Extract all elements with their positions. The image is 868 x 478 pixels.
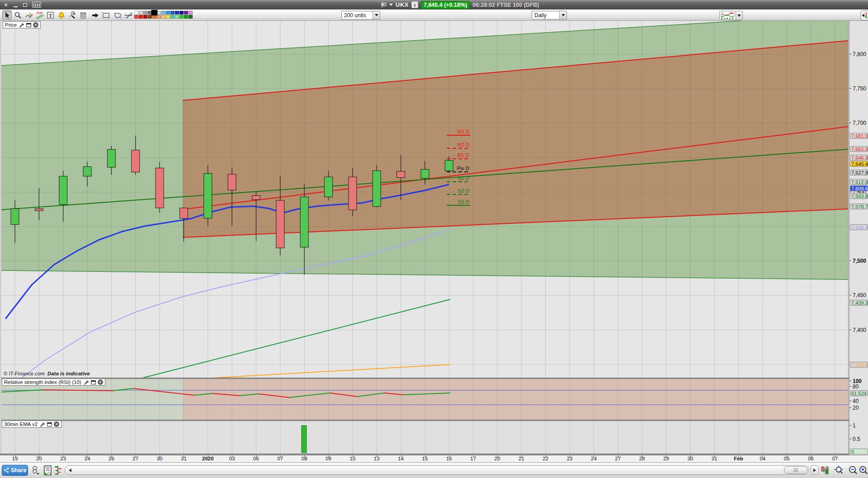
report-icon[interactable] <box>42 465 52 476</box>
raff-channel-tool[interactable]: Raff. <box>35 10 44 20</box>
ellipse-tool[interactable]: ++ <box>113 10 123 20</box>
color-swatch[interactable] <box>148 11 152 14</box>
price-axis-value-badge: 7,608.6 <box>850 185 868 191</box>
color-swatch[interactable] <box>175 11 179 14</box>
color-swatch[interactable] <box>148 15 152 19</box>
info-icon[interactable]: i <box>411 1 418 8</box>
svg-text:*: * <box>101 11 103 14</box>
wrench-icon[interactable] <box>83 379 89 385</box>
color-swatch[interactable] <box>189 15 193 19</box>
horizontal-scrollbar[interactable] <box>65 465 809 475</box>
keyboard-icon[interactable] <box>32 2 41 8</box>
date-axis-label: 03 <box>223 456 241 461</box>
candle-body <box>11 208 19 224</box>
text-tool[interactable]: T <box>46 10 55 20</box>
scroll-left-icon[interactable] <box>67 467 73 473</box>
color-swatch[interactable] <box>134 15 138 19</box>
share-button[interactable]: Share <box>2 465 28 476</box>
date-axis-label: 06 <box>247 456 265 461</box>
scrollbar-thumb[interactable] <box>784 466 807 474</box>
color-swatch[interactable] <box>161 11 165 14</box>
wrench-icon[interactable] <box>19 22 24 28</box>
link-chart-icon[interactable] <box>31 465 41 476</box>
titlebar-instrument-group: UKX i 7,645.4 (+0.18%) 06:28:02 FTSE 100… <box>381 0 539 9</box>
pivot-label: R1 D <box>458 152 469 158</box>
orders-histogram-icon[interactable] <box>53 465 63 476</box>
date-axis-label: 20 <box>30 456 48 461</box>
cursor-tool[interactable] <box>2 10 12 20</box>
color-swatch[interactable] <box>184 15 188 19</box>
price-panel-title: Price <box>5 22 17 28</box>
color-swatch[interactable] <box>170 11 175 14</box>
settings-tools-icon[interactable] <box>67 10 77 20</box>
rsi-panel-bg-right <box>183 379 848 420</box>
candle-body <box>421 170 429 179</box>
timeframe-dropdown-button[interactable] <box>559 11 566 19</box>
window-restore-icon[interactable] <box>21 1 28 8</box>
price-axis-label: 7,750 <box>849 85 868 92</box>
color-swatch[interactable] <box>134 11 138 14</box>
alert-bell-tool[interactable] <box>57 10 66 20</box>
line-tool[interactable]: * <box>124 10 134 20</box>
color-swatch[interactable] <box>161 15 165 19</box>
close-panel-icon[interactable]: × <box>33 22 38 28</box>
price-axis-label: 7,700 <box>849 120 868 126</box>
color-swatch[interactable] <box>166 11 170 14</box>
close-panel-icon[interactable]: × <box>54 421 59 427</box>
color-swatch[interactable] <box>189 11 193 14</box>
color-swatch[interactable] <box>179 15 184 19</box>
window-minimize-icon[interactable] <box>12 1 19 8</box>
indicator-dropdown-button[interactable] <box>736 11 743 20</box>
color-swatch[interactable] <box>184 11 188 14</box>
color-swatch[interactable] <box>139 11 143 14</box>
ema-panel-bg <box>0 421 848 454</box>
color-swatch[interactable] <box>152 10 157 15</box>
color-swatch[interactable] <box>179 11 184 14</box>
svg-text:+: + <box>120 15 122 19</box>
market-symbol[interactable]: UKX <box>396 1 409 8</box>
color-swatch[interactable] <box>157 15 161 19</box>
chart-settings-icon[interactable] <box>820 465 830 476</box>
scroll-right-button[interactable] <box>811 465 819 475</box>
chart-area: R3 DR2 DR1 DPiv DS1 DS2 DS3 D Price × © … <box>0 21 868 462</box>
color-swatch[interactable] <box>166 15 170 19</box>
add-indicator-button[interactable] <box>719 11 743 20</box>
color-palette <box>134 11 192 19</box>
zoom-out-icon[interactable] <box>848 465 858 476</box>
candle-body <box>132 150 140 172</box>
price-axis-value-badge: 7,612.8 <box>850 179 868 185</box>
color-swatch[interactable] <box>175 15 179 19</box>
color-swatch[interactable] <box>143 11 147 14</box>
detach-window-icon[interactable] <box>91 380 96 384</box>
date-axis-label: 28 <box>633 456 651 461</box>
color-swatch[interactable] <box>170 15 175 19</box>
trash-tool[interactable] <box>78 10 88 20</box>
units-dropdown[interactable]: 200 units <box>341 11 380 19</box>
close-panel-icon[interactable]: × <box>98 379 103 385</box>
chart-edit-tool[interactable] <box>24 10 33 20</box>
date-axis-label: 20 <box>488 456 506 461</box>
candle-body <box>325 177 333 197</box>
units-dropdown-button[interactable] <box>373 11 380 19</box>
zoom-in-icon[interactable] <box>859 465 868 476</box>
window-close-icon[interactable]: × <box>2 1 9 8</box>
price-axis-value-badge: 7,593.8 <box>850 193 868 199</box>
detach-window-icon[interactable] <box>26 23 31 27</box>
timeframe-dropdown[interactable]: Daily <box>532 11 567 19</box>
side-panel-collapse-tab[interactable] <box>860 10 868 20</box>
arrow-tool[interactable] <box>90 10 100 20</box>
price-axis[interactable]: 7,8007,7507,7007,6007,5007,4507,40010080… <box>849 21 868 455</box>
rectangle-tool[interactable]: ** <box>101 10 111 20</box>
instrument-dropdown-icon[interactable] <box>389 4 393 6</box>
detach-window-icon[interactable] <box>47 422 52 426</box>
date-axis-label: 17 <box>464 456 482 461</box>
zoom-area-icon[interactable] <box>834 465 844 476</box>
color-swatch[interactable] <box>152 15 156 19</box>
price-chart-canvas[interactable]: R3 DR2 DR1 DPiv DS1 DS2 DS3 D <box>0 21 849 455</box>
wrench-icon[interactable] <box>39 421 45 427</box>
color-swatch[interactable] <box>139 15 143 19</box>
date-axis[interactable]: 1920232426273031202003060708091013141516… <box>0 455 868 462</box>
color-swatch[interactable] <box>143 15 147 19</box>
color-swatch[interactable] <box>157 11 161 14</box>
magnifier-tool[interactable] <box>13 10 23 20</box>
